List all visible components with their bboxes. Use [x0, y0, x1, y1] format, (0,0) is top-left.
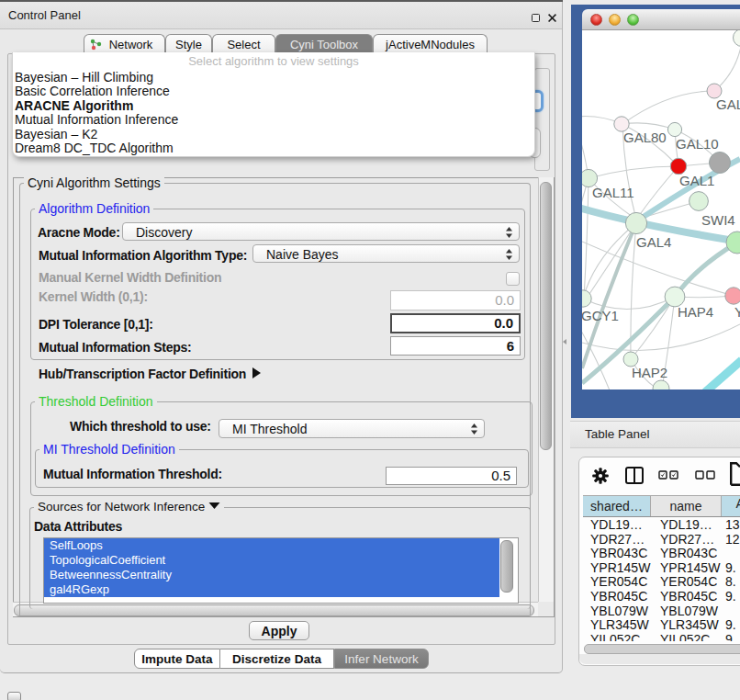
- svg-text:GAL4: GAL4: [636, 234, 671, 250]
- svg-text:GAL: GAL: [716, 96, 740, 112]
- svg-text:SWI4: SWI4: [701, 212, 735, 228]
- svg-text:GAL80: GAL80: [623, 130, 667, 145]
- svg-text:GAL1: GAL1: [679, 173, 714, 188]
- svg-text:HAP2: HAP2: [632, 365, 667, 380]
- svg-text:GAL11: GAL11: [592, 185, 634, 200]
- svg-text:Y: Y: [734, 304, 740, 320]
- svg-text:HAP4: HAP4: [678, 304, 713, 320]
- svg-text:GAL10: GAL10: [676, 136, 719, 152]
- svg-text:GCY1: GCY1: [582, 308, 619, 323]
